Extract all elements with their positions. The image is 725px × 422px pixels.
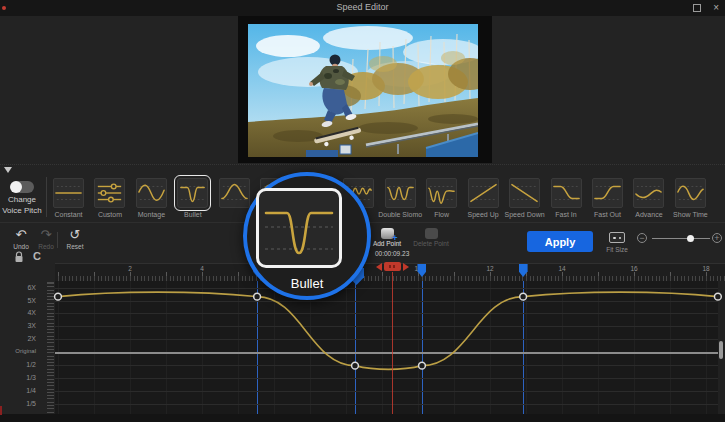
- voice-pitch-toggle[interactable]: [11, 181, 34, 193]
- magnifier-label: Bullet: [247, 276, 367, 291]
- speed-label-3X: 3X: [0, 322, 36, 329]
- playhead-left-arrow-icon: [376, 263, 382, 271]
- keyframe-point[interactable]: [520, 293, 527, 300]
- titlebar: Speed Editor ×: [0, 0, 725, 16]
- reset-icon: ↺: [62, 228, 88, 242]
- speed-label-4X: 4X: [0, 309, 36, 316]
- ruler-tick-18: 18: [696, 265, 716, 272]
- preset-tile-flow[interactable]: [426, 178, 457, 208]
- preset-curve-icon: [510, 179, 539, 207]
- keyframe-point[interactable]: [55, 293, 62, 300]
- preset-curve-icon: [427, 179, 456, 207]
- preset-curve-icon: [469, 179, 498, 207]
- undo-button[interactable]: ↶ Undo: [8, 228, 34, 250]
- reset-button[interactable]: ↺ Reset: [62, 228, 88, 250]
- preset-label: Show Time: [666, 211, 714, 218]
- magnified-bullet-tile: [256, 188, 342, 268]
- preset-curve-icon: [552, 179, 581, 207]
- redo-button[interactable]: ↷ Redo: [33, 228, 59, 250]
- fit-size-slider-knob[interactable]: [687, 235, 694, 242]
- speed-curve-area: 6X5X4X3X2XOriginal1/21/31/41/5: [0, 281, 725, 414]
- add-point-button[interactable]: + Add Point: [366, 226, 408, 247]
- video-frame: [248, 24, 478, 157]
- close-button[interactable]: ×: [713, 1, 719, 15]
- window-title: Speed Editor: [0, 2, 725, 12]
- preset-curve-icon: [676, 179, 705, 207]
- delete-point-icon: [425, 228, 438, 239]
- zoom-in-icon[interactable]: +: [712, 233, 722, 243]
- voice-pitch-label-1: Change: [0, 195, 46, 204]
- preset-curve-icon: [220, 179, 249, 207]
- playhead-line: [392, 272, 393, 414]
- keyframe-point[interactable]: [254, 293, 261, 300]
- preset-tile-bullet[interactable]: [177, 178, 208, 208]
- speed-label-1-4: 1/4: [0, 387, 36, 394]
- delete-point-button[interactable]: Delete Point: [408, 226, 454, 247]
- toggle-knob-icon: [10, 181, 22, 193]
- curve-mode-icon[interactable]: C: [33, 250, 41, 262]
- ruler-tick-12: 12: [480, 265, 500, 272]
- preset-curve-icon: [95, 179, 124, 207]
- preset-tile-fast-out[interactable]: [592, 178, 623, 208]
- preset-tile-4[interactable]: [219, 178, 250, 208]
- speed-label-5X: 5X: [0, 297, 36, 304]
- left-edge-marker: [0, 406, 2, 415]
- preset-curve-icon: [634, 179, 663, 207]
- ruler-tick-2: 2: [120, 265, 140, 272]
- preset-tile-speed-up[interactable]: [468, 178, 499, 208]
- preset-tile-show-time[interactable]: [675, 178, 706, 208]
- vertical-scrollbar-thumb[interactable]: [719, 341, 723, 359]
- speed-curve-path: [58, 292, 718, 369]
- speed-editor-window: Speed Editor ×: [0, 0, 725, 422]
- preset-tile-custom[interactable]: [94, 178, 125, 208]
- ruler-tick-14: 14: [552, 265, 572, 272]
- collapse-triangle-icon[interactable]: [4, 167, 12, 173]
- speed-label-6X: 6X: [0, 284, 36, 291]
- preset-tile-double-slomo[interactable]: [385, 178, 416, 208]
- preset-tile-speed-down[interactable]: [509, 178, 540, 208]
- keyframe-point[interactable]: [714, 293, 721, 300]
- preset-curve-icon: [137, 179, 166, 207]
- bottom-strip: [0, 414, 725, 422]
- preset-curve-icon: [386, 179, 415, 207]
- bullet-magnifier: Bullet: [243, 172, 371, 300]
- keyframe-point[interactable]: [419, 362, 426, 369]
- speed-label-1-2: 1/2: [0, 361, 36, 368]
- speed-curve: [55, 281, 718, 414]
- speed-axis-ruler: [42, 281, 54, 414]
- ruler-tick-16: 16: [624, 265, 644, 272]
- voice-pitch-label-2: Voice Pitch: [0, 206, 48, 215]
- speed-label-2X: 2X: [0, 335, 36, 342]
- redo-icon: ↷: [33, 228, 59, 242]
- fit-size-label: Fit Size: [599, 246, 635, 253]
- maximize-button[interactable]: [693, 4, 701, 12]
- preset-curve-icon: [54, 179, 83, 207]
- preset-tile-montage[interactable]: [136, 178, 167, 208]
- add-point-icon: +: [381, 228, 394, 239]
- speed-label-1-3: 1/3: [0, 374, 36, 381]
- lock-icon[interactable]: [14, 251, 24, 263]
- playhead-pill-icon: [384, 262, 401, 271]
- fit-size-icon[interactable]: [609, 232, 625, 243]
- playhead-right-arrow-icon: [403, 263, 409, 271]
- toolbar-separator: [57, 232, 58, 248]
- speed-label-1-5: 1/5: [0, 400, 36, 407]
- fit-size-slider-track[interactable]: [652, 238, 710, 239]
- preset-tile-constant[interactable]: [53, 178, 84, 208]
- magnified-bullet-curve: [259, 191, 339, 265]
- undo-icon: ↶: [8, 228, 34, 242]
- playhead-handle[interactable]: [376, 262, 409, 272]
- preset-tile-advance[interactable]: [633, 178, 664, 208]
- ruler-tick-4: 4: [192, 265, 212, 272]
- preset-tile-fast-in[interactable]: [551, 178, 582, 208]
- zoom-out-icon[interactable]: −: [637, 233, 647, 243]
- preset-label: Bullet: [169, 211, 217, 218]
- preset-curve-icon: [178, 179, 207, 207]
- apply-button[interactable]: Apply: [527, 231, 593, 252]
- preset-curve-icon: [593, 179, 622, 207]
- speed-label-Original: Original: [0, 348, 36, 354]
- keyframe-point[interactable]: [352, 362, 359, 369]
- video-preview: [238, 16, 492, 163]
